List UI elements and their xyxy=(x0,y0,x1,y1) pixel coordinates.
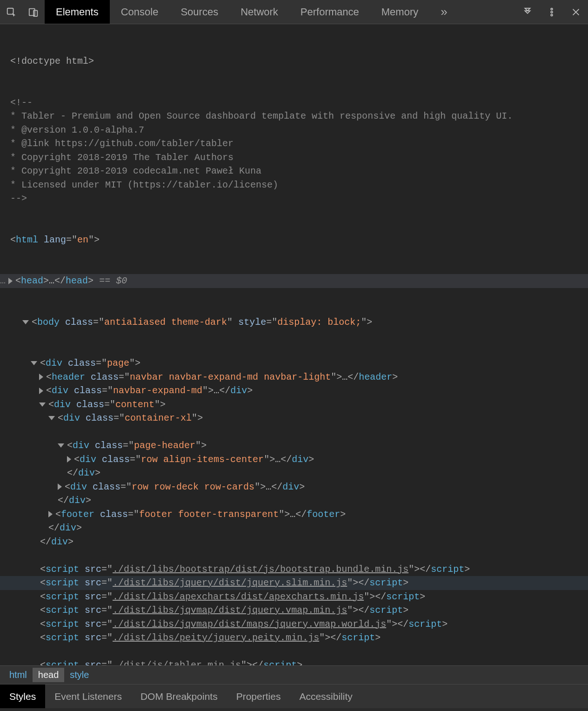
expand-arrow-icon[interactable] xyxy=(48,511,53,517)
comment-row[interactable]: <!-- xyxy=(0,96,588,110)
bottom-strip xyxy=(0,708,588,711)
expand-arrow-icon[interactable] xyxy=(58,443,64,448)
svg-point-4 xyxy=(551,11,553,13)
dom-row[interactable]: <div class="row row-deck row-cards">…</d… xyxy=(0,480,588,494)
comment-row[interactable]: * Tabler - Premium and Open Source dashb… xyxy=(0,109,588,123)
svg-point-5 xyxy=(551,14,553,16)
styles-tab-accessibility[interactable]: Accessibility xyxy=(290,684,361,708)
dom-row[interactable]: </div> xyxy=(0,521,588,535)
comment-row[interactable]: * @link https://github.com/tabler/tabler xyxy=(0,137,588,151)
dom-row[interactable]: <script src="./dist/libs/apexcharts/dist… xyxy=(0,590,588,604)
more-tabs-icon[interactable] xyxy=(515,0,540,24)
styles-tab-properties[interactable]: Properties xyxy=(227,684,290,708)
dom-row[interactable]: <footer class="footer footer-transparent… xyxy=(0,508,588,522)
expand-arrow-icon[interactable] xyxy=(22,320,29,324)
dom-row[interactable] xyxy=(0,425,588,439)
kebab-icon[interactable] xyxy=(540,0,564,24)
device-toolbar-icon[interactable] xyxy=(22,0,45,24)
doctype-row[interactable]: <!doctype html> xyxy=(0,54,588,68)
panel-tab-performance[interactable]: Performance xyxy=(289,0,370,24)
dom-row[interactable]: <div class="page"> xyxy=(0,356,588,370)
styles-tab-styles[interactable]: Styles xyxy=(0,684,45,708)
panel-tab-network[interactable]: Network xyxy=(229,0,289,24)
comment-row[interactable]: --> xyxy=(0,192,588,206)
panel-tab-memory[interactable]: Memory xyxy=(370,0,429,24)
dom-row[interactable]: <script src="./dist/libs/jqvmap/dist/map… xyxy=(0,617,588,631)
panel-tab-console[interactable]: Console xyxy=(110,0,170,24)
dom-row[interactable]: </div> xyxy=(0,535,588,549)
expand-arrow-icon[interactable] xyxy=(39,374,43,380)
styles-tabs: StylesEvent ListenersDOM BreakpointsProp… xyxy=(0,684,588,708)
expand-arrow-icon[interactable] xyxy=(48,416,55,420)
devtools-toolbar: ElementsConsoleSourcesNetworkPerformance… xyxy=(0,0,588,24)
dom-breadcrumb: htmlheadstyle xyxy=(0,665,588,684)
body-open-row[interactable]: <body class="antialiased theme-dark" sty… xyxy=(0,315,588,329)
html-open-row[interactable]: <html lang="en"> xyxy=(0,233,588,247)
panel-tabs: ElementsConsoleSourcesNetworkPerformance… xyxy=(45,0,515,24)
dom-row[interactable]: <script src="./dist/libs/jqvmap/dist/jqu… xyxy=(0,604,588,617)
dom-row[interactable]: </div> xyxy=(0,494,588,508)
dom-row[interactable]: <div class="content"> xyxy=(0,398,588,412)
comment-row[interactable]: * Copyright 2018-2019 codecalm.net Paweł… xyxy=(0,164,588,178)
styles-tab-dom-breakpoints[interactable]: DOM Breakpoints xyxy=(131,684,227,708)
panel-tab-elements[interactable]: Elements xyxy=(45,0,110,24)
dom-row[interactable]: <div class="page-header"> xyxy=(0,439,588,453)
dom-row[interactable]: <header class="navbar navbar-expand-md n… xyxy=(0,370,588,384)
svg-rect-1 xyxy=(29,8,35,15)
dom-row[interactable]: <div class="container-xl"> xyxy=(0,411,588,425)
dom-row[interactable] xyxy=(0,645,588,659)
comment-row[interactable]: * Licensed under MIT (https://tabler.io/… xyxy=(0,178,588,192)
comment-row[interactable]: * Copyright 2018-2019 The Tabler Authors xyxy=(0,151,588,165)
elements-tree[interactable]: <!doctype html> <!--* Tabler - Premium a… xyxy=(0,24,588,665)
expand-arrow-icon[interactable] xyxy=(31,361,37,365)
dom-row[interactable]: <script src="./dist/libs/jquery/dist/jqu… xyxy=(0,576,588,590)
panel-tab-sources[interactable]: Sources xyxy=(169,0,229,24)
breadcrumb-html[interactable]: html xyxy=(4,668,33,682)
expand-arrow-icon[interactable] xyxy=(39,402,46,407)
close-icon[interactable] xyxy=(564,0,588,24)
expand-arrow-icon[interactable] xyxy=(8,278,13,284)
dom-row[interactable]: <script src="./dist/js/tabler.min.js"></… xyxy=(0,658,588,665)
svg-point-3 xyxy=(551,8,553,10)
styles-tab-event-listeners[interactable]: Event Listeners xyxy=(45,684,131,708)
breadcrumb-style[interactable]: style xyxy=(64,668,94,682)
dom-row[interactable]: </div> xyxy=(0,466,588,480)
expand-arrow-icon[interactable] xyxy=(58,483,62,490)
dom-row[interactable] xyxy=(0,549,588,563)
head-row[interactable]: …<head>…</head> == $0 xyxy=(0,274,588,288)
dom-row[interactable]: <div class="navbar-expand-md">…</div> xyxy=(0,384,588,398)
dom-row[interactable]: <script src="./dist/libs/peity/jquery.pe… xyxy=(0,631,588,645)
comment-row[interactable]: * @version 1.0.0-alpha.7 xyxy=(0,123,588,137)
dom-row[interactable]: <script src="./dist/libs/bootstrap/dist/… xyxy=(0,563,588,577)
expand-arrow-icon[interactable] xyxy=(39,388,43,394)
overflow-tabs-icon[interactable]: » xyxy=(429,0,458,24)
expand-arrow-icon[interactable] xyxy=(67,456,71,463)
inspect-icon[interactable] xyxy=(0,0,22,24)
breadcrumb-head[interactable]: head xyxy=(33,668,65,682)
dom-row[interactable]: <div class="row align-items-center">…</d… xyxy=(0,453,588,467)
